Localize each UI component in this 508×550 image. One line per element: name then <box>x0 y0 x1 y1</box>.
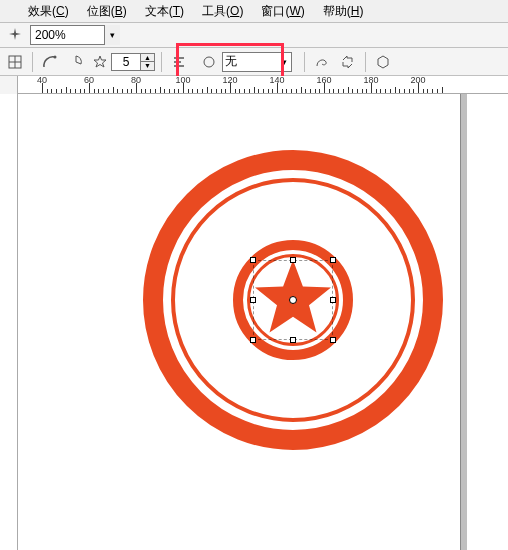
selection-handle[interactable] <box>330 257 336 263</box>
property-bar: ▲ ▼ 无 ▾ <box>0 48 508 76</box>
ruler-tick-label: 100 <box>175 76 190 85</box>
points-spinner[interactable]: ▲ ▼ <box>91 53 155 71</box>
star-points-icon <box>91 53 109 71</box>
convert-icon <box>340 54 356 70</box>
sparkle-icon <box>7 27 23 43</box>
zoom-dropdown-arrow[interactable]: ▾ <box>104 25 120 45</box>
arc-icon <box>42 54 58 70</box>
menu-help[interactable]: 帮助(H) <box>315 1 372 22</box>
snap-icon <box>8 55 22 69</box>
menu-bitmap[interactable]: 位图(B) <box>79 1 135 22</box>
separator <box>161 52 162 72</box>
points-down[interactable]: ▼ <box>141 62 154 70</box>
effects-button-2[interactable] <box>337 51 359 73</box>
canvas[interactable] <box>18 94 508 550</box>
ruler-tick-label: 80 <box>131 76 141 85</box>
ruler-origin[interactable] <box>0 76 18 94</box>
svg-point-1 <box>54 55 57 58</box>
selection-handle[interactable] <box>290 257 296 263</box>
page-shadow <box>461 94 467 550</box>
pie-tool[interactable] <box>65 51 87 73</box>
outline-icon <box>202 55 216 69</box>
separator <box>32 52 33 72</box>
selection-handle[interactable] <box>250 257 256 263</box>
effects-button-1[interactable] <box>311 51 333 73</box>
tool-icon-left[interactable] <box>4 24 26 46</box>
selection-handle[interactable] <box>250 337 256 343</box>
ruler-tick-label: 180 <box>363 76 378 85</box>
align-tool[interactable] <box>168 51 190 73</box>
selection-handle[interactable] <box>330 297 336 303</box>
menu-window[interactable]: 窗口(W) <box>253 1 312 22</box>
menu-tools[interactable]: 工具(O) <box>194 1 251 22</box>
ruler-tick-label: 200 <box>410 76 425 85</box>
horizontal-ruler: 406080100120140160180200 <box>0 76 508 94</box>
ruler-tick-label: 160 <box>316 76 331 85</box>
shape-button[interactable] <box>372 51 394 73</box>
zoom-combo[interactable]: ▾ <box>30 25 120 45</box>
points-input[interactable] <box>111 53 141 71</box>
align-icon <box>172 55 186 69</box>
vertical-ruler <box>0 94 18 550</box>
menu-effects[interactable]: 效果(C) <box>20 1 77 22</box>
arc-tool[interactable] <box>39 51 61 73</box>
menu-text[interactable]: 文本(T) <box>137 1 192 22</box>
ruler-tick-label: 120 <box>222 76 237 85</box>
hexagon-icon <box>375 54 391 70</box>
ruler-tick-label: 140 <box>269 76 284 85</box>
options-bar: ▾ <box>0 22 508 48</box>
snap-toggle[interactable] <box>4 51 26 73</box>
selection-handle[interactable] <box>250 297 256 303</box>
svg-point-2 <box>204 57 214 67</box>
separator <box>365 52 366 72</box>
menu-bar: 效果(C) 位图(B) 文本(T) 工具(O) 窗口(W) 帮助(H) <box>0 0 508 22</box>
wrap-group: 无 ▾ <box>194 49 298 75</box>
selection-handle[interactable] <box>290 337 296 343</box>
wrap-dropdown-arrow[interactable]: ▾ <box>277 57 291 67</box>
selection-handle[interactable] <box>330 337 336 343</box>
wrap-icon-button[interactable] <box>200 53 218 71</box>
points-up[interactable]: ▲ <box>141 54 154 63</box>
ruler-tick-label: 40 <box>37 76 47 85</box>
wrap-dropdown-value: 无 <box>223 53 277 70</box>
selection-center-handle[interactable] <box>289 296 297 304</box>
pie-icon <box>68 54 84 70</box>
wrap-dropdown[interactable]: 无 ▾ <box>222 52 292 72</box>
ruler-tick-label: 60 <box>84 76 94 85</box>
swirl-icon <box>314 54 330 70</box>
separator <box>304 52 305 72</box>
